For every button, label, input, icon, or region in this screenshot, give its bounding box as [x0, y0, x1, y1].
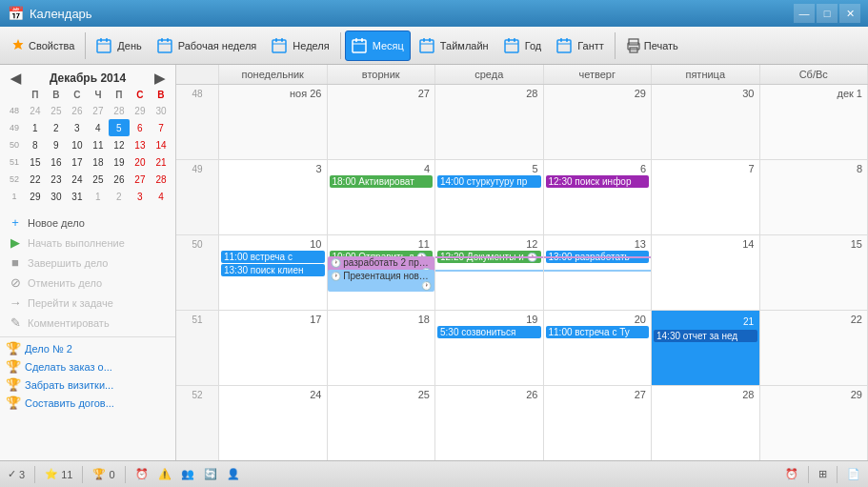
mini-cal-day[interactable]: 29: [25, 188, 46, 205]
cal-day-48-0[interactable]: ноя 26: [219, 85, 328, 159]
mini-cal-day[interactable]: 27: [88, 102, 109, 119]
mini-cal-day[interactable]: 23: [46, 171, 67, 188]
mini-cal-day[interactable]: 1: [25, 119, 46, 136]
event-49-2[interactable]: 14:00 стуркутуру пр: [437, 175, 541, 188]
mini-cal-day[interactable]: 3: [67, 119, 88, 136]
mini-cal-day[interactable]: 27: [130, 171, 151, 188]
spanning-event-1[interactable]: 🕐 Презентация новой продукции 🕐: [328, 270, 435, 292]
mini-cal-day[interactable]: 7: [151, 119, 172, 136]
task-item-4[interactable]: 🏆Составить догов...: [0, 394, 175, 412]
cal-day-48-4[interactable]: 30: [652, 85, 760, 159]
cal-day-51-3[interactable]: 2011:00 встреча с Ту: [544, 311, 653, 385]
mini-cal-day[interactable]: 24: [67, 171, 88, 188]
mini-cal-day[interactable]: 28: [151, 171, 172, 188]
close-button[interactable]: ✕: [839, 4, 860, 23]
cal-day-51-2[interactable]: 195:30 созвониться: [435, 311, 544, 385]
minimize-button[interactable]: —: [794, 4, 815, 23]
task-item-2[interactable]: 🏆Сделать заказ о...: [0, 357, 175, 375]
toolbar-btn-year[interactable]: Год: [497, 30, 549, 61]
spanning-event-cont-0-3[interactable]: [544, 256, 652, 258]
cal-day-52-5[interactable]: 29: [760, 386, 869, 460]
status-sync[interactable]: 🔄: [204, 468, 217, 480]
status-clock[interactable]: ⏰: [135, 468, 149, 480]
mini-cal-day[interactable]: 5: [109, 119, 130, 136]
cal-day-52-0[interactable]: 24: [219, 386, 328, 460]
mini-cal-day[interactable]: 28: [109, 102, 130, 119]
mini-cal-day[interactable]: 24: [25, 102, 46, 119]
cal-day-48-5[interactable]: дек 1: [760, 85, 869, 159]
cal-day-49-0[interactable]: 3: [219, 160, 328, 234]
mini-cal-day[interactable]: 26: [67, 102, 88, 119]
cal-day-50-4[interactable]: 14: [652, 235, 760, 310]
cal-day-50-0[interactable]: 1011:00 встреча с13:30 поиск клиен: [219, 235, 328, 310]
mini-cal-day[interactable]: 26: [109, 171, 130, 188]
event-49-1[interactable]: 18:00 Активироват: [330, 175, 434, 188]
mini-cal-day[interactable]: 30: [151, 102, 172, 119]
mini-cal-day[interactable]: 22: [25, 171, 46, 188]
cal-day-51-0[interactable]: 17: [219, 311, 328, 385]
status-grid-icon[interactable]: ⊞: [818, 468, 827, 480]
event-51-3[interactable]: 11:00 встреча с Ту: [546, 326, 650, 338]
cal-day-49-5[interactable]: 8: [760, 160, 869, 234]
cal-day-52-4[interactable]: 28: [652, 386, 760, 460]
task-item-3[interactable]: 🏆Забрать визитки...: [0, 375, 175, 394]
cal-day-52-1[interactable]: 25: [328, 386, 436, 460]
cal-day-49-3[interactable]: 612:30 поиск инфор: [544, 160, 653, 234]
mini-cal-day[interactable]: 14: [151, 136, 172, 153]
mini-cal-day[interactable]: 8: [25, 136, 46, 153]
cal-day-49-4[interactable]: 7: [652, 160, 760, 234]
spanning-event-cont-1-3[interactable]: [544, 270, 652, 272]
cal-day-51-1[interactable]: 18: [328, 311, 436, 385]
toolbar-btn-day[interactable]: День: [90, 30, 148, 61]
cal-day-49-1[interactable]: 418:00 Активироват: [328, 160, 436, 234]
toolbar-btn-week[interactable]: Неделя: [265, 30, 335, 61]
mini-cal-day[interactable]: 12: [109, 136, 130, 153]
mini-cal-day[interactable]: 9: [46, 136, 67, 153]
cal-day-50-3[interactable]: 1313:00 разработать: [544, 235, 653, 310]
mini-cal-day[interactable]: 19: [109, 153, 130, 171]
task-item-1[interactable]: 🏆Дело № 2: [0, 339, 175, 357]
mini-cal-day[interactable]: 11: [88, 136, 109, 153]
cal-day-50-1[interactable]: 1110:00 Отправить д 🕐🕐 разработать 2 при…: [328, 235, 436, 310]
toolbar-btn-month[interactable]: Месяц: [345, 30, 411, 61]
status-cal-icon[interactable]: ⏰: [785, 468, 798, 480]
event-50-0[interactable]: 11:00 встреча с: [221, 251, 325, 263]
cal-day-52-3[interactable]: 27: [544, 386, 653, 460]
toolbar-btn-properties[interactable]: Свойства: [4, 30, 81, 61]
mini-cal-day[interactable]: 31: [67, 188, 88, 205]
status-alert[interactable]: ⚠️: [158, 468, 172, 480]
status-users[interactable]: 👥: [181, 468, 194, 480]
cal-day-49-2[interactable]: 514:00 стуркутуру пр: [435, 160, 544, 234]
mini-cal-day[interactable]: 15: [25, 153, 46, 171]
mini-cal-prev[interactable]: ◀: [8, 71, 24, 86]
mini-cal-day[interactable]: 30: [46, 188, 67, 205]
status-doc-icon[interactable]: 📄: [847, 468, 860, 480]
cal-day-52-2[interactable]: 26: [435, 386, 544, 460]
mini-cal-day[interactable]: 10: [67, 136, 88, 153]
toolbar-btn-print[interactable]: Печать: [619, 30, 685, 61]
maximize-button[interactable]: □: [817, 4, 838, 23]
event-51-4[interactable]: 14:30 отчет за нед: [654, 330, 757, 342]
mini-cal-day[interactable]: 29: [130, 102, 151, 119]
mini-cal-day[interactable]: 2: [46, 119, 67, 136]
mini-cal-day[interactable]: 20: [130, 153, 151, 171]
task-list-scroll[interactable]: 🏆Дело № 2🏆Сделать заказ о...🏆Забрать виз…: [0, 337, 175, 460]
mini-cal-day[interactable]: 3: [130, 188, 151, 205]
event-51-2[interactable]: 5:30 созвониться: [437, 326, 541, 338]
mini-cal-day[interactable]: 2: [109, 188, 130, 205]
event-50-0[interactable]: 13:30 поиск клиен: [221, 264, 325, 276]
spanning-event-cont-0-2[interactable]: [435, 256, 543, 258]
cal-day-51-5[interactable]: 22: [760, 311, 869, 385]
mini-cal-day[interactable]: 4: [88, 119, 109, 136]
mini-cal-day[interactable]: 21: [151, 153, 172, 171]
toolbar-btn-timeline[interactable]: Таймлайн: [413, 30, 495, 61]
action-new-task[interactable]: +Новое дело: [6, 213, 170, 233]
mini-cal-day[interactable]: 25: [46, 102, 67, 119]
mini-cal-day[interactable]: 16: [46, 153, 67, 171]
cal-day-51-4[interactable]: 2114:30 отчет за нед: [652, 311, 760, 385]
spanning-event-cont-1-2[interactable]: [435, 270, 543, 272]
toolbar-btn-gantt[interactable]: Гантт: [550, 30, 611, 61]
mini-cal-day[interactable]: 1: [88, 188, 109, 205]
cal-day-48-3[interactable]: 29: [544, 85, 653, 159]
mini-cal-day[interactable]: 25: [88, 171, 109, 188]
